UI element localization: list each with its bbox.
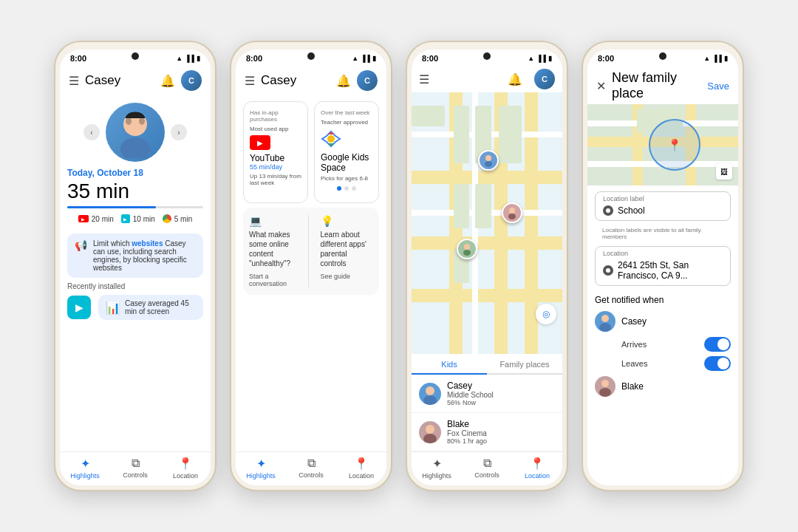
controls-label-3: Controls (474, 471, 499, 479)
map-pin-blake (502, 202, 522, 223)
nav-controls-3[interactable]: ⧉ Controls (462, 457, 512, 480)
map-bg-3: ◎ (412, 92, 562, 354)
location-icon-2: 📍 (354, 457, 369, 471)
close-btn-4[interactable]: ✕ (596, 79, 606, 93)
bottom-nav-1: ✦ Highlights ⧉ Controls 📍 Location (60, 451, 211, 485)
avatar-2[interactable]: C (357, 70, 378, 91)
recently-label-1: Recently installed (67, 282, 203, 290)
nav-highlights-1[interactable]: ✦ Highlights (60, 457, 110, 480)
bottom-nav-2: ✦ Highlights ⧉ Controls 📍 Location (236, 451, 386, 485)
location-label-2: Location (349, 472, 374, 480)
svg-point-3 (139, 117, 145, 125)
divider-tips (308, 215, 309, 287)
map-layer-btn[interactable]: 🖼 (716, 163, 732, 180)
svg-point-5 (485, 155, 491, 161)
label-icon (603, 205, 613, 216)
tip-2: 💡 Learn about different apps' parental c… (315, 215, 374, 287)
kid-name-casey: Casey (447, 381, 555, 391)
location-icon-3: 📍 (530, 457, 545, 471)
bell-icon-1[interactable]: 🔔 (160, 74, 175, 88)
svg-point-9 (464, 244, 470, 250)
next-arrow-1[interactable]: › (171, 124, 187, 140)
notify-avatar-casey (595, 311, 615, 332)
notify-avatar-blake (595, 376, 615, 397)
controls-icon-2: ⧉ (307, 457, 316, 470)
tips-card-2: 💻 What makes some online content "unheal… (243, 208, 379, 295)
wifi-icon-2: ▲ (352, 55, 358, 62)
location-btn-3[interactable]: ◎ (536, 304, 556, 324)
place-map-4: 📍 🖼 (587, 104, 738, 185)
menu-icon-3[interactable]: ☰ (419, 72, 429, 86)
map-controls-3: ◎ (536, 304, 556, 324)
tip-text-2: Learn about different apps' parental con… (321, 230, 374, 268)
svg-point-10 (463, 250, 471, 256)
nav-controls-2[interactable]: ⧉ Controls (286, 457, 336, 480)
menu-icon-1[interactable]: ☰ (69, 74, 79, 88)
avatar-1[interactable]: C (181, 70, 202, 91)
block6 (499, 106, 522, 163)
card-label-2: Over the last week (321, 109, 372, 116)
location-field-label: Location (603, 250, 628, 257)
location-input[interactable]: Location 2641 25th St, San Francisco, CA… (595, 246, 731, 286)
location-label-input[interactable]: Location label School (595, 191, 731, 221)
prev-arrow-1[interactable]: ‹ (83, 124, 100, 140)
status-icons-1: ▲ ▐▐ ▮ (176, 55, 200, 62)
kid-location-blake: Fox Cinema (447, 429, 555, 437)
svg-point-4 (327, 135, 335, 143)
svg-point-18 (599, 388, 611, 397)
toggle-arrives-label: Arrives (621, 340, 704, 349)
phone-4-screen: 8:00 ▲ ▐▐ ▮ ✕ New family place Save (587, 50, 738, 485)
kid-list-3: Casey Middle School 56% Now Blake F (412, 375, 562, 451)
battery-icon-4: ▮ (724, 55, 728, 62)
nav-highlights-3[interactable]: ✦ Highlights (412, 457, 462, 480)
avatar-3[interactable]: C (534, 69, 555, 89)
toggle-arrives[interactable] (704, 337, 731, 352)
tip-link-1[interactable]: Start a conversation (249, 273, 302, 287)
toggle-leaves[interactable] (704, 356, 731, 371)
nav-controls-1[interactable]: ⧉ Controls (110, 457, 160, 480)
place-header-4: ✕ New family place Save (587, 64, 738, 104)
bell-icon-2[interactable]: 🔔 (336, 74, 351, 88)
nav-location-2[interactable]: 📍 Location (336, 457, 386, 480)
play-time: 10 min (133, 215, 155, 223)
kid-status-blake: 80% 1 hr ago (447, 437, 555, 445)
nav-location-1[interactable]: 📍 Location (160, 457, 211, 480)
camera-notch-2 (307, 52, 315, 60)
tip-icon-2: 💡 (321, 215, 374, 227)
toggle-row-arrives: Arrives (587, 335, 738, 354)
bell-icon-3[interactable]: 🔔 (508, 72, 522, 86)
road-h3 (412, 289, 562, 302)
tab-family-places-3[interactable]: Family places (487, 354, 562, 375)
block7 (412, 106, 445, 126)
nav-location-3[interactable]: 📍 Location (512, 457, 562, 480)
info-card-1[interactable]: 📢 Limit which websites Casey can use, in… (67, 233, 203, 278)
camera-notch-3 (483, 52, 491, 60)
kid-avatar-casey (419, 383, 441, 405)
app-header-1: ☰ Casey 🔔 C (60, 64, 211, 94)
wifi-icon-4: ▲ (703, 55, 710, 62)
screen-content-1: ‹ › Today, (60, 94, 211, 451)
notify-casey: Casey (587, 308, 738, 335)
header-title-1: Casey (85, 73, 154, 88)
screen-content-2: Has in-app purchases Most used app YouTu… (236, 94, 386, 451)
place-title-4: New family place (612, 70, 707, 101)
signal-icon-2: ▐▐ (361, 55, 370, 62)
tab-kids-3[interactable]: Kids (412, 354, 487, 375)
tip-icon-1: 💻 (249, 215, 302, 227)
location-label-3: Location (525, 472, 550, 480)
road-h2 (412, 236, 562, 250)
nav-highlights-2[interactable]: ✦ Highlights (236, 457, 286, 480)
phone-1-screen: 8:00 ▲ ▐▐ ▮ ☰ Casey 🔔 C ‹ (60, 50, 211, 485)
yt-app-icon (250, 135, 270, 150)
tip-text-1: What makes some online content "unhealth… (249, 230, 302, 268)
tip-link-2[interactable]: See guide (321, 273, 374, 280)
wifi-icon-3: ▲ (528, 55, 534, 62)
kid-avatar-svg-1 (109, 106, 161, 158)
kid-status-casey: 56% Now (447, 399, 555, 406)
gks-icon (321, 129, 341, 149)
menu-icon-2[interactable]: ☰ (245, 74, 255, 88)
battery-casey: 56% (447, 399, 460, 406)
camera-notch-1 (132, 52, 139, 60)
time-3: 8:00 (422, 54, 438, 63)
save-btn-4[interactable]: Save (707, 81, 729, 92)
